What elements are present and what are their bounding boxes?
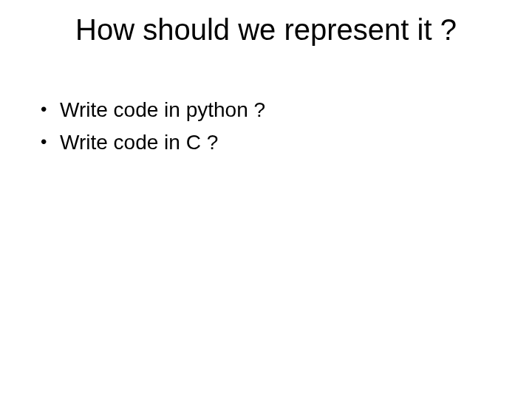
- slide: How should we represent it ? Write code …: [0, 0, 532, 399]
- slide-body: Write code in python ? Write code in C ?: [41, 96, 502, 161]
- bullet-list: Write code in python ? Write code in C ?: [41, 96, 502, 157]
- slide-title: How should we represent it ?: [0, 13, 532, 47]
- list-item: Write code in python ?: [41, 96, 502, 124]
- list-item: Write code in C ?: [41, 129, 502, 157]
